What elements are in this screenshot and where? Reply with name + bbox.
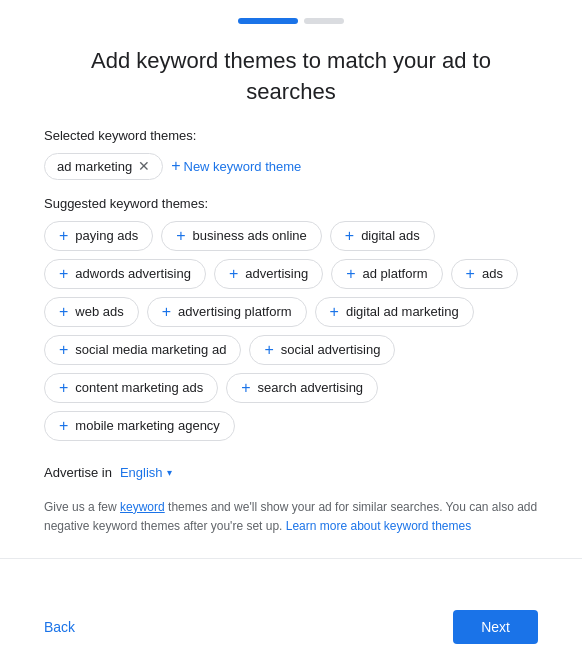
keyword-link[interactable]: keyword (120, 500, 165, 514)
chip-web-ads[interactable]: + web ads (44, 297, 139, 327)
chip-mobile-marketing-agency[interactable]: + mobile marketing agency (44, 411, 235, 441)
chip-label: paying ads (75, 228, 138, 243)
title-section: Add keyword themes to match your ad to s… (0, 36, 582, 128)
chip-social-media-marketing-ad[interactable]: + social media marketing ad (44, 335, 241, 365)
progress-empty (304, 18, 344, 24)
plus-icon: + (59, 418, 68, 434)
suggested-label: Suggested keyword themes: (44, 196, 538, 211)
chip-label: ad platform (363, 266, 428, 281)
plus-icon: + (345, 228, 354, 244)
chip-label: social advertising (281, 342, 381, 357)
plus-icon: + (176, 228, 185, 244)
chip-advertising[interactable]: + advertising (214, 259, 323, 289)
chip-search-advertising[interactable]: + search advertising (226, 373, 378, 403)
chip-label: business ads online (193, 228, 307, 243)
new-keyword-button[interactable]: + New keyword theme (171, 157, 301, 175)
chip-label: advertising (245, 266, 308, 281)
selected-section: Selected keyword themes: ad marketing ✕ … (0, 128, 582, 180)
plus-icon: + (59, 228, 68, 244)
chip-label: adwords advertising (75, 266, 191, 281)
plus-icon: + (330, 304, 339, 320)
plus-icon: + (264, 342, 273, 358)
chip-digital-ad-marketing[interactable]: + digital ad marketing (315, 297, 474, 327)
next-button[interactable]: Next (453, 610, 538, 644)
advertise-in-label: Advertise in (44, 465, 112, 480)
chevron-down-icon: ▾ (167, 467, 172, 478)
progress-bar-section (0, 0, 582, 36)
chip-digital-ads[interactable]: + digital ads (330, 221, 435, 251)
advertise-in-section: Advertise in English ▾ (0, 457, 582, 488)
info-text-before: Give us a few (44, 500, 120, 514)
plus-icon: + (171, 157, 180, 175)
selected-chip-ad-marketing: ad marketing ✕ (44, 153, 163, 180)
selected-chips-container: ad marketing ✕ + New keyword theme (44, 153, 538, 180)
language-dropdown[interactable]: English ▾ (120, 465, 172, 480)
plus-icon: + (241, 380, 250, 396)
footer: Back Next (0, 594, 582, 660)
chip-label: ad marketing (57, 159, 132, 174)
language-label: English (120, 465, 163, 480)
plus-icon: + (59, 380, 68, 396)
chip-label: digital ad marketing (346, 304, 459, 319)
chip-social-advertising[interactable]: + social advertising (249, 335, 395, 365)
plus-icon: + (59, 304, 68, 320)
chip-label: social media marketing ad (75, 342, 226, 357)
plus-icon: + (59, 342, 68, 358)
chip-label: web ads (75, 304, 123, 319)
plus-icon: + (162, 304, 171, 320)
chip-label: mobile marketing agency (75, 418, 220, 433)
footer-divider (0, 558, 582, 559)
remove-chip-button[interactable]: ✕ (138, 159, 150, 173)
plus-icon: + (59, 266, 68, 282)
suggested-chips-container: + paying ads + business ads online + dig… (44, 221, 538, 441)
chip-business-ads-online[interactable]: + business ads online (161, 221, 322, 251)
suggested-section: Suggested keyword themes: + paying ads +… (0, 196, 582, 441)
progress-bar (238, 18, 344, 24)
chip-content-marketing-ads[interactable]: + content marketing ads (44, 373, 218, 403)
learn-more-link[interactable]: Learn more about keyword themes (286, 519, 471, 533)
chip-ad-platform[interactable]: + ad platform (331, 259, 442, 289)
new-keyword-label: New keyword theme (184, 159, 302, 174)
plus-icon: + (229, 266, 238, 282)
chip-label: advertising platform (178, 304, 291, 319)
page-title: Add keyword themes to match your ad to s… (60, 46, 522, 108)
chip-ads[interactable]: + ads (451, 259, 518, 289)
plus-icon: + (346, 266, 355, 282)
back-button[interactable]: Back (44, 619, 75, 635)
chip-paying-ads[interactable]: + paying ads (44, 221, 153, 251)
plus-icon: + (466, 266, 475, 282)
progress-filled (238, 18, 298, 24)
chip-label: search advertising (258, 380, 364, 395)
chip-label: content marketing ads (75, 380, 203, 395)
chip-label: ads (482, 266, 503, 281)
selected-label: Selected keyword themes: (44, 128, 538, 143)
page-container: Add keyword themes to match your ad to s… (0, 0, 582, 660)
chip-advertising-platform[interactable]: + advertising platform (147, 297, 307, 327)
chip-adwords-advertising[interactable]: + adwords advertising (44, 259, 206, 289)
chip-label: digital ads (361, 228, 420, 243)
info-section: Give us a few keyword themes and we'll s… (0, 488, 582, 546)
